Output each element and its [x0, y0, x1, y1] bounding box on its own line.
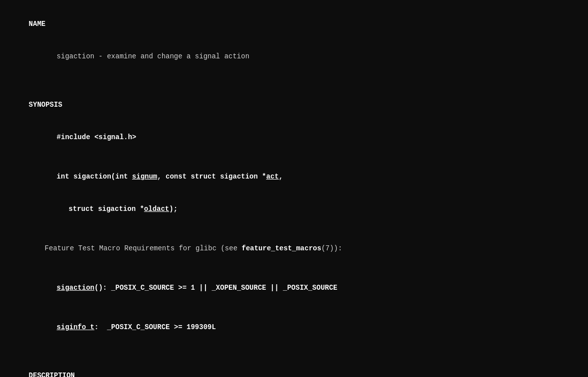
name-title: NAME	[12, 8, 576, 40]
synopsis-include: #include <signal.h>	[12, 121, 576, 154]
name-description: sigaction - examine and change a signal …	[12, 40, 576, 73]
synopsis-title: SYNOPSIS	[12, 89, 576, 121]
description-section: DESCRIPTION The sigaction() system call …	[12, 360, 576, 377]
synopsis-sig1: sigaction(): _POSIX_C_SOURCE >= 1 || _XO…	[12, 272, 576, 304]
description-title: DESCRIPTION	[12, 360, 576, 377]
synopsis-func1: int sigaction(int signum, const struct s…	[12, 161, 576, 193]
synopsis-section: SYNOPSIS #include <signal.h> int sigacti…	[12, 89, 576, 344]
name-section: NAME sigaction - examine and change a si…	[12, 8, 576, 73]
synopsis-sig2: siginfo_t: _POSIX_C_SOURCE >= 199309L	[12, 312, 576, 344]
synopsis-feature: Feature Test Macro Requirements for glib…	[12, 232, 576, 265]
synopsis-func2: struct sigaction *oldact);	[12, 193, 576, 225]
